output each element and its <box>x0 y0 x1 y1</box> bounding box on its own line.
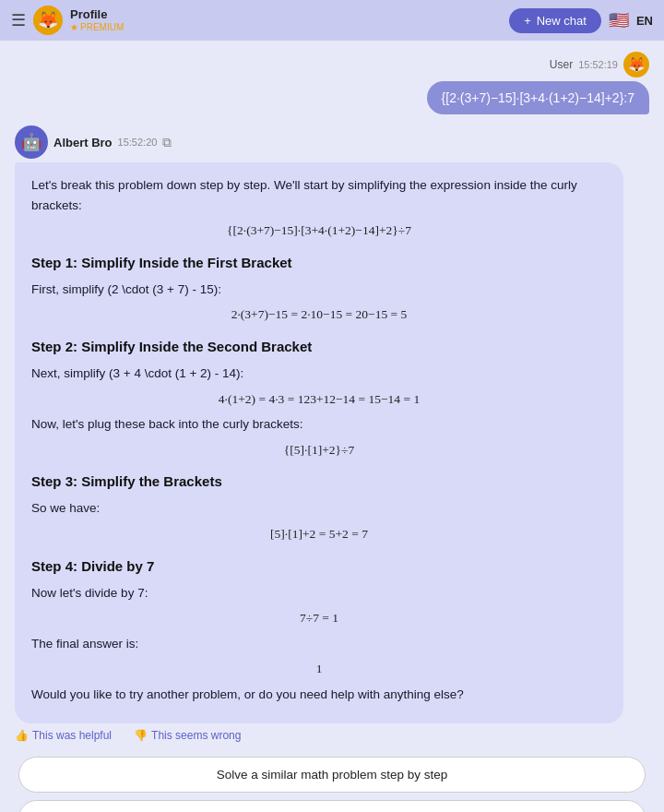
bot-message-container: 🤖 Albert Bro 15:52:20 ⧉ Let's break this… <box>15 125 649 746</box>
step2-title: Step 2: Simplify Inside the Second Brack… <box>31 336 607 358</box>
step1-title: Step 1: Simplify Inside the First Bracke… <box>31 252 607 274</box>
step3-text: So we have: <box>31 498 607 519</box>
suggestion-2[interactable]: Explain a math concept in more detail <box>18 800 646 813</box>
profile-premium: ★ PREMIUM <box>70 22 124 33</box>
header: ☰ 🦊 Profile ★ PREMIUM + New chat 🇺🇸 EN <box>0 0 664 41</box>
plus-icon: + <box>524 14 531 28</box>
user-name: User <box>550 58 573 71</box>
menu-icon[interactable]: ☰ <box>11 10 26 30</box>
step4-text: Now let's divide by 7: <box>31 583 607 603</box>
new-chat-label: New chat <box>537 14 587 28</box>
feedback-row: 👍 This was helpful 👎 This seems wrong <box>15 723 241 746</box>
header-right: 🇺🇸 EN <box>609 10 653 30</box>
bot-outro: Would you like to try another problem, o… <box>31 685 607 705</box>
step2-text: Next, simplify (3 + 4 \cdot (1 + 2) - 14… <box>31 364 607 384</box>
copy-icon[interactable]: ⧉ <box>162 135 172 150</box>
bot-intro: Let's break this problem down step by st… <box>31 175 607 215</box>
thumbs-up-icon: 👍 <box>15 729 29 742</box>
bot-avatar: 🤖 <box>15 125 48 159</box>
user-avatar: 🦊 <box>623 52 649 78</box>
profile-name: Profile <box>70 7 124 22</box>
step2-math: 4·(1+2) = 4·3 = 123+12−14 = 15−14 = 1 <box>31 389 607 410</box>
step4-math: 7÷7 = 1 <box>31 608 607 628</box>
bot-meta: 🤖 Albert Bro 15:52:20 ⧉ <box>15 125 172 159</box>
wrong-button[interactable]: 👎 This seems wrong <box>134 729 241 742</box>
user-timestamp: 15:52:19 <box>578 59 618 70</box>
suggestion-1[interactable]: Solve a similar math problem step by ste… <box>18 757 646 793</box>
user-bubble: {[2·(3+7)−15]·[3+4·(1+2)−14]+2}:7 <box>427 81 649 114</box>
final-answer: 1 <box>31 659 607 679</box>
new-chat-button[interactable]: + New chat <box>509 8 601 33</box>
thumbs-down-icon: 👎 <box>134 729 148 742</box>
language-label: EN <box>636 14 653 28</box>
flag-icon: 🇺🇸 <box>609 10 629 30</box>
chat-area: User 15:52:19 🦊 {[2·(3+7)−15]·[3+4·(1+2)… <box>0 41 664 812</box>
user-message-container: User 15:52:19 🦊 {[2·(3+7)−15]·[3+4·(1+2)… <box>15 52 649 114</box>
profile-info: Profile ★ PREMIUM <box>70 7 124 33</box>
helpful-label: This was helpful <box>32 729 112 742</box>
user-meta: User 15:52:19 🦊 <box>550 52 649 78</box>
wrong-label: This seems wrong <box>151 729 241 742</box>
final-label: The final answer is: <box>31 634 607 654</box>
bot-bubble: Let's break this problem down step by st… <box>15 162 623 723</box>
step1-math: 2·(3+7)−15 = 2·10−15 = 20−15 = 5 <box>31 304 607 325</box>
step3-math: [5]·[1]+2 = 5+2 = 7 <box>31 524 607 544</box>
profile-avatar: 🦊 <box>33 6 63 35</box>
step1-text: First, simplify (2 \cdot (3 + 7) - 15): <box>31 280 607 300</box>
suggestions: Solve a similar math problem step by ste… <box>15 757 649 813</box>
header-left: ☰ 🦊 Profile ★ PREMIUM <box>11 6 502 35</box>
step2-note: Now, let's plug these back into the curl… <box>31 414 607 435</box>
step2-result: {[5]·[1]+2}÷7 <box>31 440 607 460</box>
bot-name: Albert Bro <box>53 136 113 149</box>
step3-title: Step 3: Simplify the Brackets <box>31 471 607 493</box>
bot-timestamp: 15:52:20 <box>118 137 158 148</box>
step4-title: Step 4: Divide by 7 <box>31 555 607 578</box>
helpful-button[interactable]: 👍 This was helpful <box>15 729 112 742</box>
problem-display: {[2·(3+7)−15]·[3+4·(1+2)−14]+2}÷7 <box>31 221 607 241</box>
